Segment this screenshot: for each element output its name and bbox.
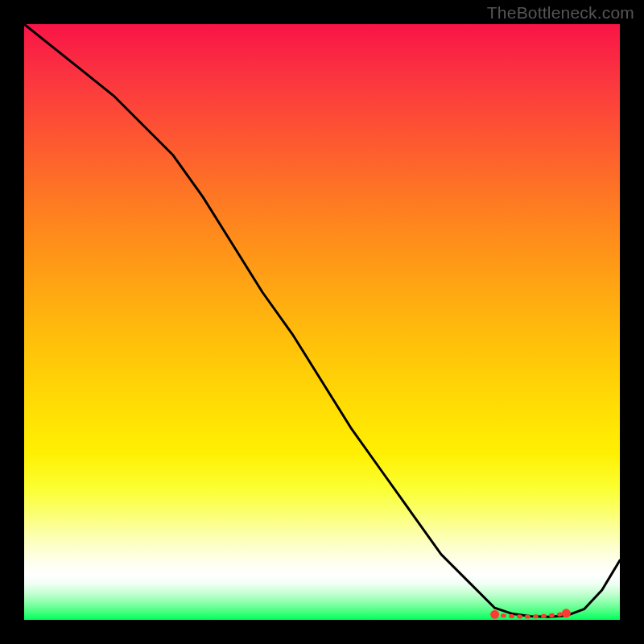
- plot-gradient-background: [24, 24, 620, 620]
- chart-frame: TheBottleneck.com: [0, 0, 644, 644]
- watermark-text: TheBottleneck.com: [487, 3, 634, 23]
